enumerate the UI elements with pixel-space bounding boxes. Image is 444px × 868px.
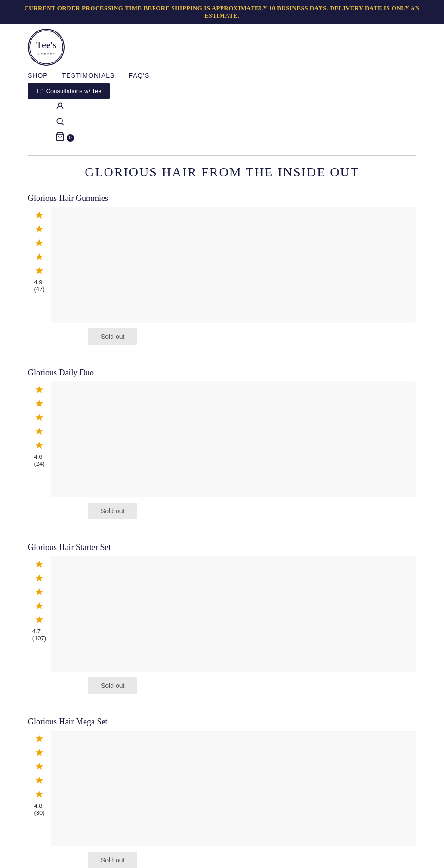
svg-line-5 — [62, 123, 64, 125]
star: ★ — [35, 614, 44, 626]
star: ★ — [35, 425, 44, 437]
product-image-hair-gummies — [51, 207, 416, 323]
stars-ms-4: ★ — [35, 774, 44, 787]
product-name-daily-duo: Glorious Daily Duo — [28, 368, 94, 378]
product-content-daily-duo: Sold out — [51, 381, 416, 519]
product-layout-mega-set: ★ ★ ★ ★ ★ 4.8 (30) Sold out — [28, 731, 416, 868]
stars-ms-2: ★ — [35, 747, 44, 759]
product-image-daily-duo — [51, 381, 416, 497]
star: ★ — [35, 761, 44, 773]
search-icon-row[interactable] — [56, 117, 74, 128]
rating-mega-set: 4.8 (30) — [34, 802, 44, 816]
stars-hair-gummies-2: ★ — [35, 223, 44, 235]
star-3: ★ — [35, 237, 44, 249]
stars-hair-gummies-4: ★ — [35, 251, 44, 263]
product-layout-starter-set: ★ ★ ★ ★ ★ 4.7 (107) Sold out — [28, 556, 416, 694]
icon-bar: 0 — [28, 99, 74, 146]
star: ★ — [35, 439, 44, 451]
star-2: ★ — [35, 223, 44, 235]
product-content-hair-gummies: Sold out — [51, 207, 416, 345]
stars-hair-gummies-5: ★ — [35, 265, 44, 277]
svg-text:Tee's: Tee's — [36, 39, 56, 50]
product-name-mega-set: Glorious Hair Mega Set — [28, 717, 107, 727]
svg-point-4 — [57, 118, 62, 124]
star-5: ★ — [35, 265, 44, 277]
stars-ss-2: ★ — [35, 572, 44, 584]
stars-column-daily-duo: ★ ★ ★ ★ ★ 4.6 (24) — [28, 381, 51, 472]
divider — [28, 155, 416, 156]
product-layout-daily-duo: ★ ★ ★ ★ ★ 4.6 (24) Sold out — [28, 381, 416, 519]
nav-faqs[interactable]: FAQ'S — [129, 72, 149, 79]
star-4: ★ — [35, 251, 44, 263]
logo[interactable]: Tee's Secret — [28, 29, 65, 66]
star: ★ — [35, 774, 44, 787]
product-name-hair-gummies: Glorious Hair Gummies — [28, 194, 108, 203]
logo-area: Tee's Secret — [28, 29, 65, 66]
product-card-mega-set: Glorious Hair Mega Set ★ ★ ★ ★ ★ 4.8 (30… — [28, 717, 416, 868]
stars-dd-3: ★ — [35, 412, 44, 424]
star: ★ — [35, 600, 44, 612]
stars-dd-1: ★ — [35, 384, 44, 396]
product-card-starter-set: Glorious Hair Starter Set ★ ★ ★ ★ ★ 4.7 … — [28, 543, 416, 694]
star: ★ — [35, 788, 44, 800]
announcement-text: CURRENT ORDER PROCESSING TIME BEFORE SHI… — [24, 5, 419, 19]
product-card-daily-duo: Glorious Daily Duo ★ ★ ★ ★ ★ 4.6 (24) So… — [28, 368, 416, 519]
product-image-mega-set — [51, 731, 416, 846]
rating-hair-gummies: 4.9 (47) — [34, 279, 44, 293]
nav-menu: SHOP TESTIMONIALS FAQ'S — [28, 68, 149, 83]
stars-column-mega-set: ★ ★ ★ ★ ★ 4.8 (30) — [28, 731, 51, 821]
announcement-bar: CURRENT ORDER PROCESSING TIME BEFORE SHI… — [0, 0, 444, 24]
stars-ms-3: ★ — [35, 761, 44, 773]
star: ★ — [35, 586, 44, 598]
product-card-hair-gummies: Glorious Hair Gummies ★ ★ ★ ★ ★ — [28, 194, 416, 345]
sold-out-btn-daily-duo: Sold out — [88, 503, 137, 519]
sold-out-btn-hair-gummies: Sold out — [88, 328, 137, 345]
star: ★ — [35, 558, 44, 570]
stars-ss-5: ★ — [35, 614, 44, 626]
stars-dd-2: ★ — [35, 398, 44, 410]
stars-ss-3: ★ — [35, 586, 44, 598]
stars-ss-4: ★ — [35, 600, 44, 612]
star: ★ — [35, 572, 44, 584]
star-1: ★ — [35, 209, 44, 221]
nav-shop[interactable]: SHOP — [28, 72, 48, 79]
rating-daily-duo: 4.6 (24) — [34, 453, 44, 467]
svg-point-3 — [59, 103, 62, 106]
product-content-starter-set: Sold out — [51, 556, 416, 694]
sold-out-btn-starter-set: Sold out — [88, 677, 137, 694]
cart-badge: 0 — [67, 134, 74, 142]
stars-ms-5: ★ — [35, 788, 44, 800]
header: Tee's Secret SHOP TESTIMONIALS FAQ'S 1:1… — [0, 24, 444, 150]
consult-button[interactable]: 1:1 Consultations w/ Tee — [28, 83, 110, 99]
stars-ss-1: ★ — [35, 558, 44, 570]
star: ★ — [35, 384, 44, 396]
stars-hair-gummies-3: ★ — [35, 237, 44, 249]
cart-icon — [56, 132, 65, 144]
search-icon — [56, 117, 65, 128]
stars-ms-1: ★ — [35, 733, 44, 745]
star: ★ — [35, 412, 44, 424]
star: ★ — [35, 733, 44, 745]
star: ★ — [35, 747, 44, 759]
rating-starter-set: 4.7 (107) — [32, 628, 46, 642]
cart-icon-row[interactable]: 0 — [56, 132, 74, 144]
stars-dd-5: ★ — [35, 439, 44, 451]
nav-testimonials[interactable]: TESTIMONIALS — [62, 72, 115, 79]
product-name-starter-set: Glorious Hair Starter Set — [28, 543, 111, 552]
stars-column-hair-gummies: ★ ★ ★ ★ ★ 4.9 (47) — [28, 207, 51, 297]
user-icon-row[interactable] — [56, 101, 74, 113]
product-layout-hair-gummies: ★ ★ ★ ★ ★ 4.9 (47) — [28, 207, 416, 345]
star: ★ — [35, 398, 44, 410]
stars-column-starter-set: ★ ★ ★ ★ ★ 4.7 (107) — [28, 556, 51, 646]
product-image-starter-set — [51, 556, 416, 672]
glorious-hair-section: GLORIOUS HAIR FROM THE INSIDE OUT Glorio… — [0, 165, 444, 868]
stars-hair-gummies: ★ — [35, 209, 44, 221]
user-icon — [56, 101, 65, 113]
stars-dd-4: ★ — [35, 425, 44, 437]
product-content-mega-set: Sold out — [51, 731, 416, 868]
svg-text:Secret: Secret — [37, 52, 56, 56]
sold-out-btn-mega-set: Sold out — [88, 852, 137, 868]
section-title-glorious: GLORIOUS HAIR FROM THE INSIDE OUT — [28, 165, 416, 180]
